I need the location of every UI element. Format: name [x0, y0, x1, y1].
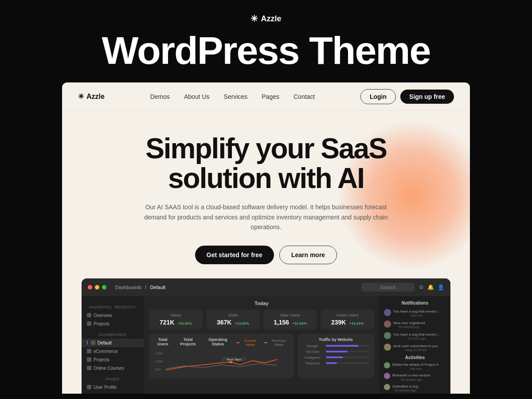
default-icon [91, 340, 95, 345]
stat-new-users-label: New Users [268, 313, 313, 317]
signup-button[interactable]: Sign up free [400, 90, 454, 104]
act-avatar-2 [384, 384, 390, 390]
hero-buttons: Get started for free Learn more [98, 246, 434, 264]
stat-active-users: Active Users 239K +11.01% [321, 309, 374, 329]
traffic-bar-google [326, 345, 359, 347]
stat-views: Views 721K +11.01% [149, 309, 203, 329]
line-chart-svg: 15M 10M 5M Tool Tips [153, 351, 289, 373]
overview-icon [87, 313, 91, 317]
stat-visits-label: Visits [211, 313, 255, 317]
mock-sidebar-favorites-label: Favorites Recently [82, 303, 144, 311]
traffic-title: Traffic by Website [302, 337, 370, 342]
activity-item-0: Edited the details of Project X Just now [384, 362, 446, 370]
activity-item-1: Released a new version 59 minutes ago [384, 373, 446, 381]
traffic-chart: Traffic by Website Google YouTube [297, 334, 374, 378]
hero-section: Simplify your SaaS solution with AI Our … [62, 111, 470, 394]
traffic-instagram: Instagram [302, 356, 370, 360]
stat-visits-value: 367K +11.01% [211, 319, 255, 326]
mock-sidebar-item-online-courses[interactable]: Online Courses [82, 364, 144, 372]
mock-charts-row: Total Users Total Projects Operating Sta… [149, 334, 374, 378]
traffic-google: Google [302, 344, 370, 348]
projects2-icon [87, 357, 91, 362]
courses-icon [87, 366, 91, 370]
stat-views-label: Views [153, 313, 198, 317]
svg-text:5M: 5M [155, 368, 161, 372]
active-indicator [87, 340, 88, 345]
traffic-bar-bg-pinterest [326, 362, 370, 364]
notif-avatar-3 [384, 344, 391, 351]
login-button[interactable]: Login [360, 89, 396, 104]
mock-titlebar: Dashboards / Default Search ⚙ 🔔 👤 [82, 278, 450, 296]
settings-icon: ⚙ [419, 284, 424, 290]
notif-item-1: New user registered 59 minutes ago [384, 321, 446, 329]
activity-item-2: Submitted a bug 12 minutes ago [384, 384, 446, 392]
dashboard-mockup: Dashboards / Default Search ⚙ 🔔 👤 Favori… [82, 278, 450, 394]
total-users-label: Total Users [153, 337, 172, 346]
stat-views-value: 721K +11.01% [153, 319, 198, 326]
stat-visits: Visits 367K +11.01% [206, 309, 260, 329]
activities-title: Activities [384, 355, 446, 360]
traffic-bar-instagram [326, 356, 344, 358]
mock-sidebar-item-overview2[interactable]: Overview [82, 391, 144, 394]
nav-item-pages[interactable]: Pages [262, 93, 279, 101]
mock-sidebar-pages-label: Pages [82, 375, 144, 383]
site-nav-links: Demos About Us Services Pages Contact [150, 93, 315, 101]
notif-avatar-0 [384, 309, 391, 316]
browser-window: ✳ Azzle Demos About Us Services Pages Co… [62, 82, 470, 394]
svg-text:10M: 10M [155, 360, 163, 363]
nav-item-services[interactable]: Services [224, 93, 248, 101]
asterisk-icon: ✳ [250, 13, 258, 24]
traffic-lights [88, 285, 106, 289]
tl-red [88, 285, 92, 289]
site-asterisk-icon: ✳ [78, 92, 84, 101]
projects-icon [87, 321, 91, 326]
current-week-legend: Current Week [236, 339, 260, 347]
notifications-title: Notifications [384, 301, 446, 305]
svg-text:Tool Tips: Tool Tips [227, 358, 242, 361]
mock-sidebar-item-overview[interactable]: Overview [82, 311, 144, 320]
user-profile-icon [87, 385, 91, 389]
notif-avatar-2 [384, 332, 391, 339]
mock-sidebar-dashboards-label: Dashboards [82, 331, 144, 339]
traffic-bar-youtube [326, 351, 348, 352]
nav-item-contact[interactable]: Contact [293, 93, 315, 101]
notif-item-2: You have a bug that needs t... 12 hours … [384, 332, 446, 340]
mock-right-panel: Notifications You have a bug that needs … [379, 296, 450, 394]
traffic-pinterest: Pinterest [302, 361, 370, 365]
stat-active-users-value: 239K +11.01% [325, 319, 370, 326]
traffic-list: Google YouTube [302, 344, 370, 365]
site-logo-text: Azzle [86, 93, 105, 101]
user-icon: 👤 [438, 284, 444, 290]
mock-breadcrumb: Dashboards / Default [115, 285, 357, 290]
stat-active-users-label: Active Users [325, 313, 370, 317]
mock-sidebar-item-projects2[interactable]: Projects [82, 356, 144, 364]
learn-more-button[interactable]: Learn more [279, 246, 337, 264]
act-avatar-0 [384, 362, 390, 368]
mock-sidebar-item-ecommerce[interactable]: eCommerce [82, 347, 144, 356]
tl-yellow [95, 285, 99, 289]
traffic-bar-bg-instagram [326, 356, 370, 358]
mock-today-label: Today [149, 301, 374, 306]
svg-text:15M: 15M [155, 352, 163, 355]
stat-new-users: New Users 1,156 +11.01% [263, 309, 317, 329]
mock-search[interactable]: Search [361, 283, 415, 292]
mock-sidebar-item-projects[interactable]: Projects [82, 320, 144, 328]
nav-item-about[interactable]: About Us [184, 93, 210, 101]
operating-status-label: Operating Status [204, 337, 232, 346]
mock-sidebar-item-default[interactable]: Default [82, 339, 144, 347]
site-logo: ✳ Azzle [78, 92, 105, 101]
tl-green [102, 285, 106, 289]
mock-tab-dashboards: Dashboards [115, 285, 141, 290]
mock-main-content: Today Views 721K +11.01% Visits [144, 296, 379, 394]
stat-active-users-change: +11.01% [349, 321, 364, 325]
top-logo: ✳ Azzle [0, 13, 532, 24]
nav-item-demos[interactable]: Demos [150, 93, 170, 101]
mock-sidebar: Favorites Recently Overview Projects Das… [82, 296, 144, 394]
previous-week-legend: Previous Week [264, 339, 289, 347]
mock-sidebar-item-user-profile[interactable]: User Profile [82, 383, 144, 391]
get-started-button[interactable]: Get started for free [195, 246, 274, 264]
site-navbar: ✳ Azzle Demos About Us Services Pages Co… [62, 82, 470, 111]
traffic-bar-pinterest [326, 362, 337, 364]
traffic-youtube: YouTube [302, 350, 370, 354]
traffic-bar-bg-youtube [326, 351, 370, 352]
